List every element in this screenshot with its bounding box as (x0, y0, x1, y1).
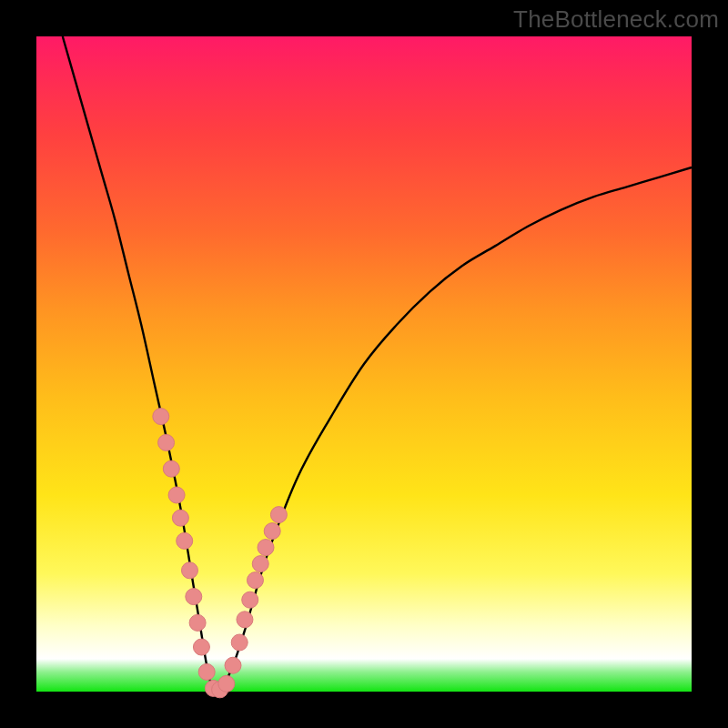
plot-area (36, 36, 692, 692)
highlight-dot (218, 675, 235, 692)
highlight-dot (163, 460, 179, 477)
highlight-dot (189, 614, 206, 631)
highlight-dot (252, 556, 268, 572)
highlight-dot (225, 657, 241, 673)
highlight-dot (153, 409, 169, 425)
highlight-dot (168, 487, 185, 503)
highlight-dot (247, 572, 263, 589)
curve-layer (36, 36, 692, 692)
highlight-dot (158, 434, 175, 450)
highlight-dot (264, 523, 280, 540)
highlight-dot (258, 540, 274, 556)
highlight-dot (231, 634, 248, 651)
highlight-dot (172, 510, 188, 526)
highlight-dot (193, 639, 209, 655)
chart-frame: TheBottleneck.com (0, 0, 728, 728)
highlight-dot (242, 592, 258, 608)
highlight-dot (270, 507, 287, 523)
watermark-text: TheBottleneck.com (513, 5, 719, 34)
highlight-dot (198, 663, 215, 680)
highlight-dot (186, 589, 202, 605)
highlight-dot (237, 612, 253, 628)
highlight-dot (177, 532, 193, 549)
highlight-dots (153, 409, 288, 698)
highlight-dot (181, 562, 197, 579)
bottleneck-curve (63, 36, 692, 695)
